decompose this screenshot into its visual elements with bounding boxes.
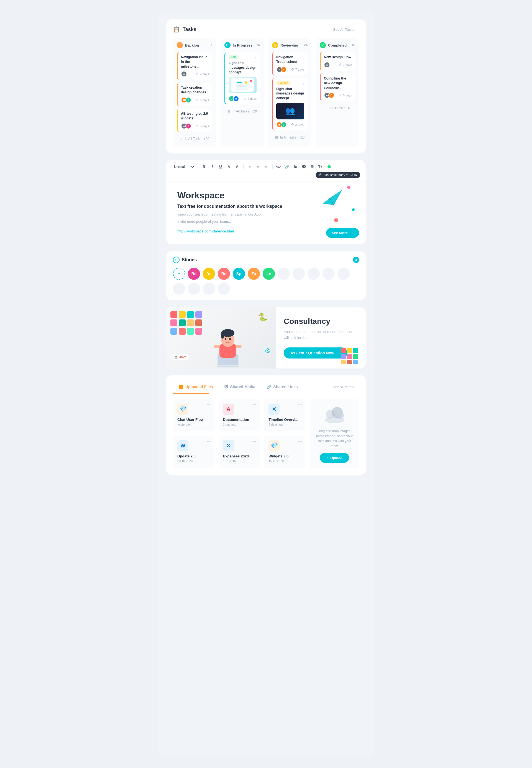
bold-button[interactable]: B [201, 163, 207, 170]
svg-rect-3 [237, 85, 245, 86]
svg-point-44 [337, 413, 344, 419]
story-empty-4[interactable] [323, 268, 335, 280]
tab-shared-media[interactable]: 🖼 Shared Media [219, 382, 261, 392]
underline-button[interactable]: U [217, 163, 224, 170]
in-all-tasks[interactable]: ⊞ In All Tasks +20 [224, 107, 260, 116]
file-menu-icon[interactable]: ••• [207, 439, 211, 444]
column-completed-header: ✓ Completed 10 [320, 42, 355, 48]
shared-links-label: Shared Links [273, 385, 298, 389]
task-time: ⏱ 6 days [196, 98, 209, 102]
file-menu-icon[interactable]: ••• [298, 439, 302, 444]
story-avatar-ro[interactable]: Ro [218, 268, 230, 280]
svg-rect-39 [347, 360, 352, 364]
story-empty-2[interactable] [293, 268, 305, 280]
inprogress-count: 16 [256, 43, 260, 47]
file-menu-icon[interactable]: ••• [252, 403, 256, 407]
task-card[interactable]: Navigation issue in the milestone... A ⏱… [177, 52, 212, 80]
clock-icon: ⏱ [339, 94, 342, 97]
italic-button[interactable]: I [209, 163, 216, 170]
files-section: 🟧 Uploaded Files 🖼 Shared Media 🔗 Shared… [166, 375, 366, 475]
story-empty-6[interactable] [173, 283, 185, 295]
stories-title-wrap: ⊙ Stories [173, 257, 197, 263]
file-card-expenses[interactable]: ••• ✕ Expenses 2020 18.10.2020 [219, 436, 260, 468]
upload-button[interactable]: ↑ Upload [320, 453, 349, 463]
link-button[interactable]: 🔗 [284, 163, 290, 170]
svg-rect-10 [179, 311, 186, 318]
see-more-label: See More [332, 231, 348, 235]
in-all-tasks[interactable]: ⊞ In All Tasks +20 [177, 135, 212, 143]
table-button[interactable]: ⊞ [309, 163, 315, 170]
story-avatar-de[interactable]: De [203, 268, 215, 280]
inprogress-icon: ⟳ [224, 42, 231, 48]
story-avatar-to[interactable]: To [248, 268, 260, 280]
reviewing-icon: ◎ [272, 42, 278, 48]
story-empty-5[interactable] [337, 268, 350, 280]
story-add-button[interactable]: + [173, 268, 185, 280]
task-card[interactable]: Task creation design changes B C ⏱ 6 day… [177, 83, 212, 106]
clock-icon: ⏱ [244, 97, 247, 100]
task-card[interactable]: New Design Flow A ⏱ 2 days [320, 52, 355, 71]
ask-question-button[interactable]: Ask Your Question Now → [284, 347, 347, 359]
stories-section: ⊙ Stories 3 + Rd De Ro Sp To Le [166, 251, 366, 300]
format-select[interactable]: Normal Heading 1 Heading 2 [172, 164, 195, 170]
image-button[interactable]: 🖼 [300, 163, 307, 170]
avatar: E [233, 96, 239, 102]
task-time: ⏱ 2 days [244, 97, 257, 100]
story-empty-1[interactable] [278, 268, 290, 280]
formula-button[interactable]: fx [292, 163, 299, 170]
tab-shared-links[interactable]: 🔗 Shared Links [261, 382, 303, 392]
story-empty-7[interactable] [188, 283, 200, 295]
task-card[interactable]: Navigation Troubleshoot A B ⏱ 7 days [272, 52, 308, 75]
story-empty-8[interactable] [203, 283, 215, 295]
task-avatars: B C [181, 97, 190, 103]
see-more-button[interactable]: See More → [326, 228, 359, 238]
ask-question-label: Ask Your Question Now [290, 351, 334, 355]
task-card[interactable]: Compiling the new design compone... A B … [320, 73, 355, 101]
task-card[interactable]: Paused ∧ Light chat messages design conc… [272, 78, 308, 130]
file-date: 3 days ago [268, 423, 301, 426]
files-tabs: 🟧 Uploaded Files 🖼 Shared Media 🔗 Shared… [173, 382, 333, 392]
column-completed: ✓ Completed 10 New Design Flow A ⏱ 2 day… [316, 38, 359, 147]
file-menu-icon[interactable]: ••• [252, 439, 256, 444]
see-all-label: See All Tasks [333, 27, 354, 32]
ordered-list-button[interactable]: ≡ [246, 163, 253, 170]
indent-button[interactable]: ≡ [263, 163, 270, 170]
file-card-widgets[interactable]: ••• 💎 Widgets 3.0 15.10.2020 [264, 436, 305, 468]
file-card-documentation[interactable]: ••• A Documentation 1 day ago [219, 399, 260, 432]
file-menu-icon[interactable]: ••• [298, 403, 302, 407]
file-card-chat-user-flow[interactable]: ••• 💎 Chat User Flow yesterday [173, 399, 214, 432]
highlight-button[interactable]: A [234, 163, 241, 170]
file-date: 18.10.2020 [223, 459, 255, 463]
see-all-tasks[interactable]: See All Tasks → [333, 27, 359, 32]
story-avatar-le[interactable]: Le [263, 268, 275, 280]
file-card-timeline[interactable]: ••• ✕ Timeline Overvi... 3 days ago [264, 399, 305, 432]
story-avatar-rd[interactable]: Rd [188, 268, 200, 280]
footer-count: +20 [251, 109, 257, 113]
in-all-tasks-completed[interactable]: ⊞ In All Tasks +8 [320, 104, 355, 112]
main-container: 📋 Tasks See All Tasks → + Backlog 7 [158, 11, 374, 757]
unordered-list-button[interactable]: ≡ [255, 163, 261, 170]
task-avatars: A B [276, 66, 285, 73]
badge-paused: Paused [276, 81, 291, 85]
col-reviewing-label: Reviewing [280, 43, 298, 47]
color-button[interactable]: A [226, 163, 232, 170]
code-button[interactable]: </> [275, 163, 282, 170]
story-empty-3[interactable] [308, 268, 320, 280]
story-avatar-sp[interactable]: Sp [233, 268, 245, 280]
tab-uploaded-files[interactable]: 🟧 Uploaded Files [173, 382, 219, 392]
in-all-label: In All Tasks [232, 109, 249, 113]
clear-format-button[interactable]: Tx [317, 163, 324, 170]
in-all-tasks[interactable]: ⊞ In All Tasks +20 [272, 133, 308, 142]
completed-icon: ✓ [320, 42, 326, 48]
task-card[interactable]: AB testing ed 2.0 widgets A D ⏱ 5 days [177, 109, 212, 132]
story-empty-9[interactable] [218, 283, 230, 295]
svg-rect-18 [179, 328, 186, 335]
uploaded-icon: 🟧 [178, 385, 183, 389]
save-badge: ⏱ Last save today at 10:45 [316, 172, 360, 178]
consultancy-right: Consultancy You can create question and … [276, 307, 366, 368]
task-card[interactable]: Low ∧ Light chat messages design concept [224, 52, 260, 104]
see-all-media[interactable]: See All Media → [333, 385, 359, 389]
file-menu-icon[interactable]: ••• [207, 403, 211, 407]
svg-rect-26 [236, 345, 242, 348]
file-card-update[interactable]: ••• W Update 2.0 23.10.2020 [173, 436, 214, 468]
